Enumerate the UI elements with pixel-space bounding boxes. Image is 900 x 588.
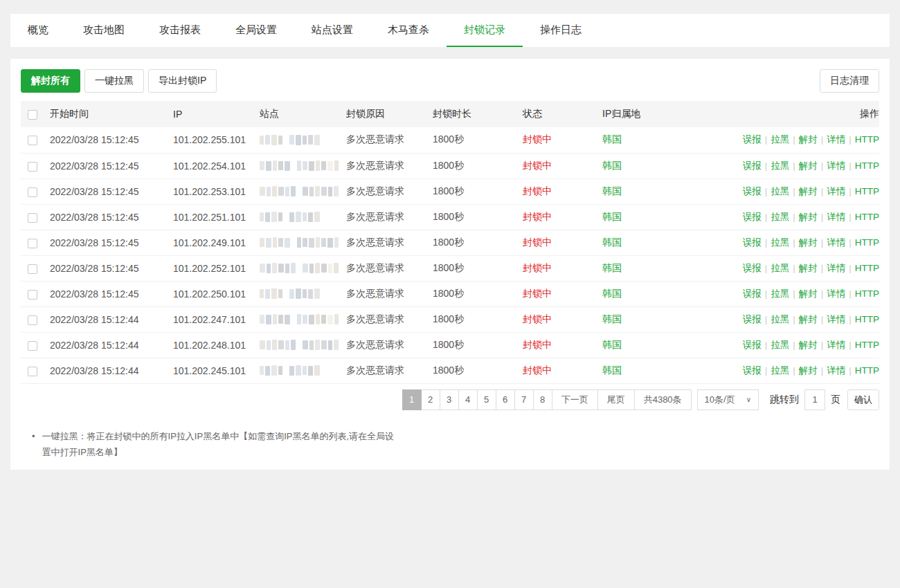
action-misreport[interactable]: 误报 bbox=[743, 365, 762, 376]
cell-actions: 误报|拉黑|解封|详情|HTTP bbox=[723, 306, 879, 332]
action-detail[interactable]: 详情 bbox=[827, 160, 845, 171]
page-6[interactable]: 6 bbox=[496, 389, 515, 410]
cell-actions: 误报|拉黑|解封|详情|HTTP bbox=[723, 178, 879, 204]
action-detail[interactable]: 详情 bbox=[827, 314, 845, 324]
action-separator: | bbox=[845, 237, 855, 248]
action-misreport[interactable]: 误报 bbox=[743, 340, 762, 350]
action-unblock[interactable]: 解封 bbox=[799, 160, 818, 171]
action-misreport[interactable]: 误报 bbox=[743, 263, 762, 273]
action-http[interactable]: HTTP bbox=[855, 314, 879, 324]
row-checkbox[interactable] bbox=[28, 315, 37, 325]
action-detail[interactable]: 详情 bbox=[827, 288, 845, 299]
page-5[interactable]: 5 bbox=[477, 389, 496, 410]
action-unblock[interactable]: 解封 bbox=[799, 237, 818, 248]
action-unblock[interactable]: 解封 bbox=[799, 263, 818, 273]
cell-start-time: 2022/03/28 15:12:44 bbox=[50, 306, 173, 332]
action-http[interactable]: HTTP bbox=[855, 340, 879, 350]
last-page-button[interactable]: 尾页 bbox=[597, 389, 635, 410]
action-separator: | bbox=[845, 134, 855, 145]
site-redacted bbox=[260, 135, 346, 145]
action-unblock[interactable]: 解封 bbox=[799, 314, 818, 324]
action-blacklist[interactable]: 拉黑 bbox=[771, 212, 789, 222]
row-checkbox[interactable] bbox=[28, 213, 37, 223]
tab-site-settings[interactable]: 站点设置 bbox=[294, 14, 370, 47]
action-http[interactable]: HTTP bbox=[855, 237, 879, 248]
row-checkbox[interactable] bbox=[28, 264, 37, 274]
page-size-select[interactable]: 10条/页 ∨ bbox=[697, 389, 759, 410]
action-http[interactable]: HTTP bbox=[855, 134, 879, 145]
action-http[interactable]: HTTP bbox=[855, 212, 879, 222]
row-checkbox[interactable] bbox=[28, 290, 37, 300]
action-unblock[interactable]: 解封 bbox=[799, 288, 818, 299]
action-blacklist[interactable]: 拉黑 bbox=[771, 314, 789, 324]
tab-trojan-scan[interactable]: 木马查杀 bbox=[370, 14, 447, 47]
row-checkbox[interactable] bbox=[28, 162, 37, 172]
action-http[interactable]: HTTP bbox=[855, 186, 879, 196]
page-2[interactable]: 2 bbox=[421, 389, 440, 410]
page-4[interactable]: 4 bbox=[458, 389, 478, 410]
action-blacklist[interactable]: 拉黑 bbox=[771, 288, 789, 299]
tab-global-settings[interactable]: 全局设置 bbox=[218, 14, 294, 47]
page-1[interactable]: 1 bbox=[402, 389, 422, 410]
action-blacklist[interactable]: 拉黑 bbox=[771, 134, 789, 145]
action-misreport[interactable]: 误报 bbox=[743, 134, 762, 145]
action-misreport[interactable]: 误报 bbox=[743, 160, 762, 171]
tab-attack-map[interactable]: 攻击地图 bbox=[66, 14, 142, 47]
jump-page-input[interactable] bbox=[804, 389, 825, 410]
action-blacklist[interactable]: 拉黑 bbox=[771, 263, 789, 273]
action-blacklist[interactable]: 拉黑 bbox=[771, 186, 789, 196]
action-detail[interactable]: 详情 bbox=[827, 212, 845, 222]
confirm-button[interactable]: 确认 bbox=[847, 389, 879, 410]
action-misreport[interactable]: 误报 bbox=[743, 288, 762, 299]
row-checkbox[interactable] bbox=[28, 136, 37, 145]
action-separator: | bbox=[845, 263, 855, 273]
action-http[interactable]: HTTP bbox=[855, 288, 879, 299]
action-http[interactable]: HTTP bbox=[855, 160, 879, 171]
action-detail[interactable]: 详情 bbox=[827, 134, 845, 145]
next-page-button[interactable]: 下一页 bbox=[552, 389, 598, 410]
action-http[interactable]: HTTP bbox=[855, 263, 879, 273]
tab-block-records[interactable]: 封锁记录 bbox=[447, 14, 523, 47]
action-detail[interactable]: 详情 bbox=[827, 237, 845, 248]
action-blacklist[interactable]: 拉黑 bbox=[771, 237, 789, 248]
action-unblock[interactable]: 解封 bbox=[799, 365, 818, 376]
row-checkbox[interactable] bbox=[28, 367, 37, 376]
unblock-all-button[interactable]: 解封所有 bbox=[21, 69, 80, 93]
tabbar: 概览攻击地图攻击报表全局设置站点设置木马查杀封锁记录操作日志 bbox=[10, 14, 890, 47]
action-blacklist[interactable]: 拉黑 bbox=[771, 160, 789, 171]
row-checkbox[interactable] bbox=[28, 187, 37, 197]
cell-start-time: 2022/03/28 15:12:45 bbox=[50, 153, 173, 178]
action-misreport[interactable]: 误报 bbox=[743, 186, 762, 196]
page-8[interactable]: 8 bbox=[533, 389, 552, 410]
action-blacklist[interactable]: 拉黑 bbox=[771, 365, 789, 376]
table-row: 2022/03/28 15:12:45101.202.250.101多次恶意请求… bbox=[21, 281, 879, 306]
action-unblock[interactable]: 解封 bbox=[799, 186, 818, 196]
action-detail[interactable]: 详情 bbox=[827, 263, 845, 273]
action-http[interactable]: HTTP bbox=[855, 365, 879, 376]
blacklist-all-button[interactable]: 一键拉黑 bbox=[84, 69, 144, 93]
tab-attack-report[interactable]: 攻击报表 bbox=[142, 14, 218, 47]
action-detail[interactable]: 详情 bbox=[827, 340, 845, 350]
action-unblock[interactable]: 解封 bbox=[799, 212, 818, 222]
action-blacklist[interactable]: 拉黑 bbox=[771, 340, 789, 350]
action-separator: | bbox=[789, 160, 799, 171]
tab-operation-log[interactable]: 操作日志 bbox=[523, 14, 599, 47]
action-detail[interactable]: 详情 bbox=[827, 365, 845, 376]
action-misreport[interactable]: 误报 bbox=[743, 212, 762, 222]
action-detail[interactable]: 详情 bbox=[827, 186, 845, 196]
log-clean-button[interactable]: 日志清理 bbox=[820, 69, 879, 93]
page-3[interactable]: 3 bbox=[440, 389, 459, 410]
action-unblock[interactable]: 解封 bbox=[799, 134, 818, 145]
tab-overview[interactable]: 概览 bbox=[10, 14, 66, 47]
action-misreport[interactable]: 误报 bbox=[743, 314, 762, 324]
export-blocked-ip-button[interactable]: 导出封锁IP bbox=[148, 69, 217, 93]
row-checkbox[interactable] bbox=[28, 341, 37, 351]
action-misreport[interactable]: 误报 bbox=[743, 237, 762, 248]
page-7[interactable]: 7 bbox=[514, 389, 534, 410]
select-all-checkbox[interactable] bbox=[28, 110, 37, 120]
table-row: 2022/03/28 15:12:44101.202.248.101多次恶意请求… bbox=[21, 332, 879, 358]
site-redacted bbox=[260, 237, 346, 248]
action-separator: | bbox=[845, 186, 855, 196]
action-unblock[interactable]: 解封 bbox=[799, 340, 818, 350]
row-checkbox[interactable] bbox=[28, 239, 37, 248]
